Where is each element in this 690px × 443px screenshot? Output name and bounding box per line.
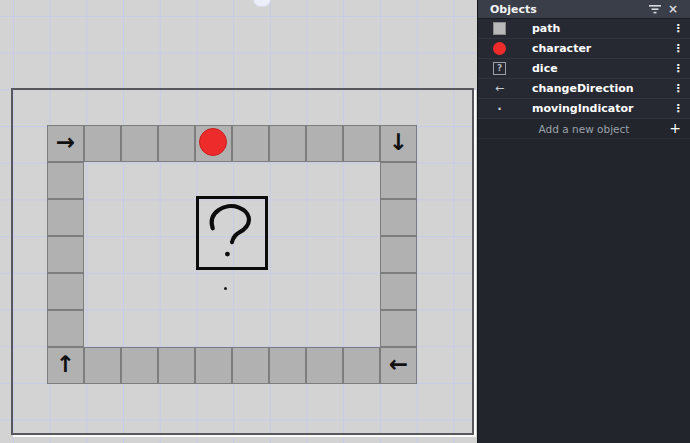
path-tile[interactable] bbox=[380, 162, 417, 199]
path-tile[interactable] bbox=[47, 273, 84, 310]
plus-icon: + bbox=[669, 120, 681, 137]
question-mark-icon bbox=[199, 199, 265, 267]
change-direction-instance[interactable]: → bbox=[47, 125, 84, 162]
path-tile[interactable] bbox=[306, 347, 343, 384]
object-label: changeDirection bbox=[521, 82, 666, 95]
path-tile[interactable] bbox=[47, 199, 84, 236]
object-label: character bbox=[521, 42, 666, 55]
path-tile[interactable] bbox=[380, 236, 417, 273]
kebab-menu-icon[interactable]: ⋮ bbox=[666, 82, 690, 95]
dot-thumbnail-icon: · bbox=[497, 103, 502, 115]
path-tile[interactable] bbox=[84, 347, 121, 384]
path-tile[interactable] bbox=[306, 125, 343, 162]
question-box-thumbnail-icon: ? bbox=[493, 62, 506, 75]
path-tile[interactable] bbox=[84, 125, 121, 162]
path-tile[interactable] bbox=[269, 125, 306, 162]
object-list: path ⋮ character ⋮ ? dice ⋮ ← changeDire… bbox=[478, 19, 690, 119]
kebab-menu-icon[interactable]: ⋮ bbox=[666, 62, 690, 75]
object-row-movingIndicator[interactable]: · movingIndicator ⋮ bbox=[478, 99, 690, 119]
kebab-menu-icon[interactable]: ⋮ bbox=[666, 42, 690, 55]
object-row-path[interactable]: path ⋮ bbox=[478, 19, 690, 39]
objects-panel-header: Objects × bbox=[478, 0, 690, 19]
gray-square-thumbnail-icon bbox=[493, 22, 506, 35]
scene-canvas[interactable]: →↑↓← bbox=[0, 0, 477, 443]
dice-instance[interactable] bbox=[196, 196, 268, 270]
path-tile[interactable] bbox=[232, 125, 269, 162]
close-icon[interactable]: × bbox=[664, 1, 682, 17]
object-label: movingIndicator bbox=[521, 102, 666, 115]
path-tile[interactable] bbox=[158, 347, 195, 384]
red-circle-thumbnail-icon bbox=[493, 42, 506, 55]
add-new-object-label: Add a new object bbox=[539, 123, 630, 135]
path-tile[interactable] bbox=[380, 273, 417, 310]
object-row-changeDirection[interactable]: ← changeDirection ⋮ bbox=[478, 79, 690, 99]
direction-arrow-icon: ↓ bbox=[389, 131, 408, 154]
object-row-dice[interactable]: ? dice ⋮ bbox=[478, 59, 690, 79]
change-direction-instance[interactable]: ↑ bbox=[47, 347, 84, 384]
path-tile[interactable] bbox=[47, 236, 84, 273]
editor-window: →↑↓← Objects × bbox=[0, 0, 690, 443]
kebab-menu-icon[interactable]: ⋮ bbox=[666, 102, 690, 115]
path-tile[interactable] bbox=[232, 347, 269, 384]
moving-indicator-instance[interactable] bbox=[224, 287, 227, 290]
panel-title: Objects bbox=[490, 3, 646, 16]
path-tile[interactable] bbox=[343, 347, 380, 384]
object-label: path bbox=[521, 22, 666, 35]
object-label: dice bbox=[521, 62, 666, 75]
character-instance[interactable] bbox=[199, 128, 227, 156]
horizontal-scrollbar-knob[interactable] bbox=[253, 0, 271, 7]
path-tile[interactable] bbox=[380, 310, 417, 347]
direction-arrow-icon: ↑ bbox=[56, 353, 75, 376]
change-direction-instance[interactable]: ↓ bbox=[380, 125, 417, 162]
path-tile[interactable] bbox=[47, 162, 84, 199]
add-new-object-button[interactable]: Add a new object + bbox=[478, 119, 690, 139]
direction-arrow-icon: ← bbox=[389, 353, 408, 376]
path-tile[interactable] bbox=[343, 125, 380, 162]
arrow-left-thumbnail-icon: ← bbox=[495, 83, 504, 94]
path-tile[interactable] bbox=[195, 347, 232, 384]
path-tile[interactable] bbox=[158, 125, 195, 162]
filter-icon[interactable] bbox=[646, 1, 664, 17]
change-direction-instance[interactable]: ← bbox=[380, 347, 417, 384]
path-tile[interactable] bbox=[380, 199, 417, 236]
path-tile[interactable] bbox=[121, 125, 158, 162]
path-tile[interactable] bbox=[121, 347, 158, 384]
path-tile[interactable] bbox=[269, 347, 306, 384]
path-tile[interactable] bbox=[47, 310, 84, 347]
objects-panel: Objects × path ⋮ character ⋮ bbox=[477, 0, 690, 443]
kebab-menu-icon[interactable]: ⋮ bbox=[666, 22, 690, 35]
object-row-character[interactable]: character ⋮ bbox=[478, 39, 690, 59]
direction-arrow-icon: → bbox=[56, 131, 75, 154]
